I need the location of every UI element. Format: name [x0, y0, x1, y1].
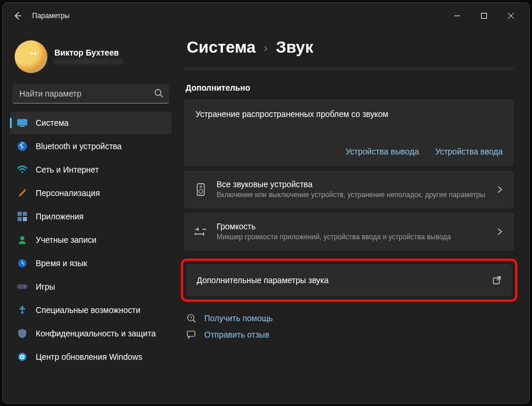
card-volume[interactable]: Громкость Микшер громкости приложений, у… [184, 213, 514, 250]
mixer-icon [194, 225, 207, 238]
get-help-link[interactable]: ? Получить помощь [187, 314, 512, 323]
svg-rect-9 [18, 217, 22, 221]
back-button[interactable] [8, 6, 28, 26]
apps-icon [17, 211, 28, 222]
sidebar-item-time-language[interactable]: Время и язык [10, 252, 171, 274]
bluetooth-icon [17, 141, 28, 152]
svg-rect-0 [482, 13, 487, 19]
time-icon [17, 258, 28, 269]
card-all-devices[interactable]: Все звуковые устройства Включение или вы… [184, 171, 514, 208]
titlebar: Параметры [3, 3, 529, 29]
speaker-icon [194, 183, 207, 196]
sidebar-item-label: Конфиденциальность и защита [36, 329, 156, 338]
card-title: Громкость [217, 222, 486, 231]
svg-point-1 [155, 90, 161, 95]
sidebar-item-label: Специальные возможности [36, 305, 140, 315]
close-button[interactable] [497, 6, 524, 25]
scroll-indicator [184, 67, 514, 70]
sidebar-item-label: Учетные записи [36, 235, 97, 245]
sidebar-item-system[interactable]: Система [10, 112, 171, 134]
svg-point-19 [200, 186, 202, 188]
user-name: Виктор Бухтеев [54, 48, 122, 57]
sidebar-item-network[interactable]: Сеть и Интернет [10, 159, 171, 181]
chevron-right-icon [496, 228, 504, 236]
chevron-right-icon [496, 185, 504, 194]
svg-rect-7 [18, 212, 22, 216]
svg-text:?: ? [190, 315, 193, 321]
sidebar-item-apps[interactable]: Приложения [10, 205, 171, 228]
update-icon [17, 352, 28, 362]
search-box [12, 84, 169, 104]
window-controls [444, 6, 524, 25]
search-icon [154, 88, 163, 98]
section-label-more: Дополнительно [184, 83, 514, 92]
svg-point-14 [19, 286, 20, 287]
games-icon [17, 281, 28, 292]
card-subtitle: Микшер громкости приложений, устройства … [217, 232, 486, 242]
card-title: Устранение распространенных проблем со з… [195, 109, 503, 119]
external-link-icon [492, 276, 502, 285]
privacy-icon [17, 328, 28, 339]
svg-rect-10 [23, 217, 27, 221]
sidebar-item-label: Время и язык [36, 259, 87, 268]
svg-rect-13 [17, 284, 28, 289]
svg-point-20 [199, 190, 203, 194]
breadcrumb-parent[interactable]: Система [187, 38, 256, 57]
input-devices-button[interactable]: Устройства ввода [435, 147, 503, 156]
sidebar-item-label: Система [36, 118, 68, 128]
maximize-button[interactable] [471, 6, 497, 25]
sidebar-item-update[interactable]: Центр обновления Windows [10, 346, 171, 368]
svg-rect-24 [187, 331, 195, 336]
card-title: Дополнительные параметры звука [197, 276, 483, 285]
help-icon: ? [187, 314, 197, 323]
main-content: Система › Звук Дополнительно Устранение … [179, 29, 529, 403]
minimize-button[interactable] [444, 6, 471, 25]
sidebar-item-label: Приложения [36, 212, 84, 221]
brush-icon [17, 188, 28, 198]
svg-point-15 [24, 286, 25, 287]
svg-rect-2 [18, 119, 28, 126]
svg-rect-8 [23, 212, 27, 216]
breadcrumb-current: Звук [276, 38, 314, 57]
card-title: Все звуковые устройства [217, 180, 486, 189]
sidebar-item-label: Центр обновления Windows [36, 352, 142, 362]
sidebar-item-bluetooth[interactable]: Bluetooth и устройства [10, 135, 171, 157]
card-advanced-sound[interactable]: Дополнительные параметры звука [187, 264, 512, 296]
accessibility-icon [17, 305, 28, 315]
sidebar-item-gaming[interactable]: Игры [10, 276, 171, 298]
chevron-right-icon: › [264, 41, 268, 54]
sidebar-item-label: Персонализация [36, 188, 100, 198]
system-icon [17, 118, 28, 128]
wifi-icon [17, 164, 28, 175]
sidebar-item-accessibility[interactable]: Специальные возможности [10, 299, 171, 321]
sidebar: Виктор Бухтеев obscured@email.com Систем… [3, 29, 179, 403]
user-block[interactable]: Виктор Бухтеев obscured@email.com [9, 33, 173, 82]
search-input[interactable] [12, 84, 169, 104]
link-label: Отправить отзыв [204, 330, 269, 339]
card-subtitle: Включение или выключение устройств, устр… [217, 190, 486, 199]
breadcrumb: Система › Звук [184, 38, 514, 57]
settings-window: Параметры Виктор Бухтеев obscured@email.… [2, 2, 530, 404]
sidebar-item-label: Сеть и Интернет [36, 165, 99, 174]
avatar [15, 40, 47, 73]
svg-point-5 [22, 171, 23, 173]
user-email: obscured@email.com [54, 57, 122, 66]
output-devices-button[interactable]: Устройства вывода [345, 147, 418, 156]
sidebar-item-accounts[interactable]: Учетные записи [10, 229, 171, 251]
svg-rect-3 [20, 126, 25, 127]
card-troubleshoot: Устранение распространенных проблем со з… [184, 99, 514, 166]
account-icon [17, 235, 28, 245]
sidebar-item-privacy[interactable]: Конфиденциальность и защита [10, 322, 171, 345]
highlight-box: Дополнительные параметры звука [181, 259, 517, 302]
sidebar-item-label: Bluetooth и устройства [36, 142, 122, 151]
window-title: Параметры [32, 12, 70, 20]
svg-point-11 [20, 236, 25, 240]
link-label: Получить помощь [204, 314, 273, 323]
feedback-icon [187, 330, 197, 339]
give-feedback-link[interactable]: Отправить отзыв [187, 330, 512, 339]
svg-point-16 [21, 306, 23, 308]
sidebar-item-personalization[interactable]: Персонализация [10, 182, 171, 204]
nav: Система Bluetooth и устройства Сеть и Ин… [9, 112, 173, 368]
footer-links: ? Получить помощь Отправить отзыв [184, 310, 514, 343]
sidebar-item-label: Игры [36, 282, 55, 291]
